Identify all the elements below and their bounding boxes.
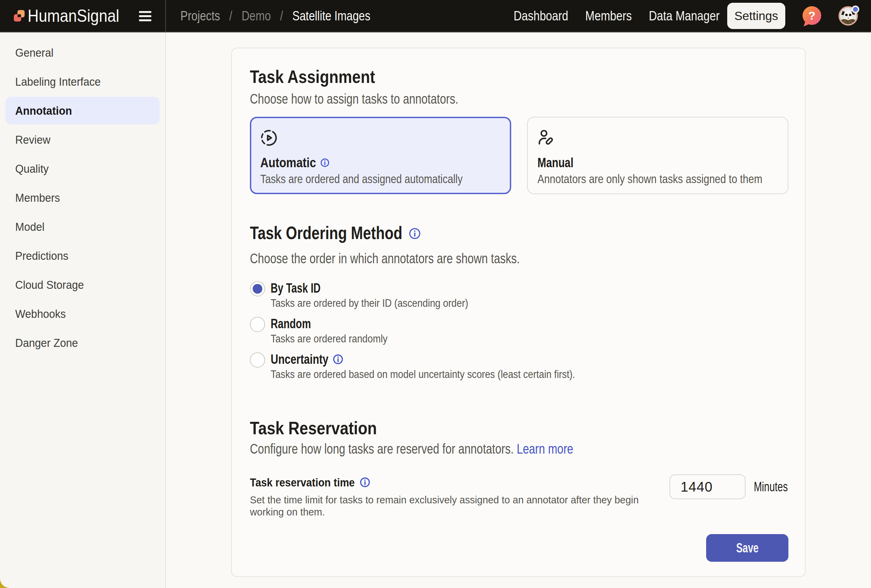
svg-text:?: ? (808, 9, 816, 22)
